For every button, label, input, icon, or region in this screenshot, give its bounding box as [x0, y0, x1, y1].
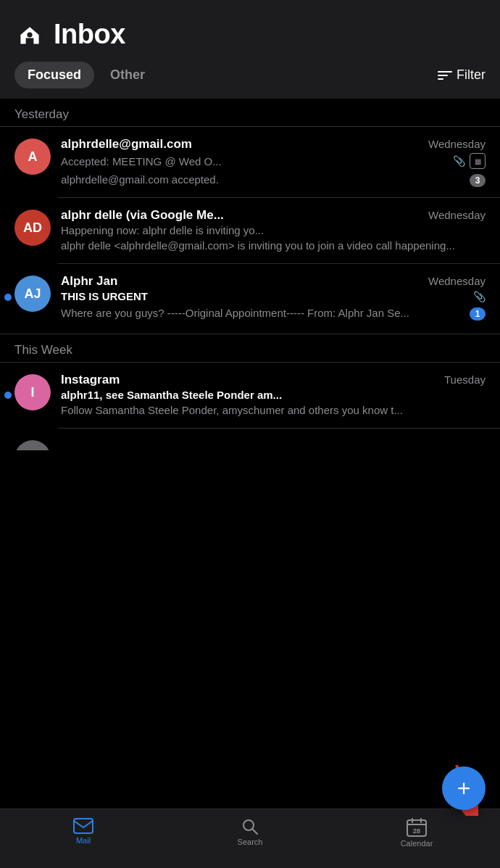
avatar: I — [14, 374, 51, 410]
compose-button[interactable]: + — [442, 766, 486, 810]
unread-indicator — [4, 294, 12, 301]
email-date: Wednesday — [428, 275, 486, 287]
main-content: Yesterday A alphrdelle@gmail.com Wednesd… — [0, 99, 500, 510]
svg-line-6 — [253, 830, 258, 835]
sender-name: alphrdelle@gmail.com — [61, 137, 422, 152]
avatar: AD — [14, 210, 51, 246]
email-content: Instagram Tuesday alphr11, see Samantha … — [61, 373, 486, 418]
section-yesterday: Yesterday — [0, 99, 500, 126]
email-date: Wednesday — [428, 138, 486, 150]
nav-label-search: Search — [238, 838, 263, 846]
email-subject: alphr11, see Samantha Steele Ponder am..… — [61, 389, 486, 401]
filter-icon — [438, 71, 452, 80]
bottom-nav: Mail Search 28 Calendar — [0, 809, 500, 868]
plus-icon: + — [457, 777, 471, 800]
sender-name: alphr delle (via Google Me... — [61, 208, 422, 223]
email-date: Tuesday — [444, 373, 486, 386]
calendar-icon: ▦ — [470, 153, 486, 169]
calendar-icon: 28 — [407, 818, 427, 837]
table-row[interactable]: AJ Alphr Jan Wednesday THIS IS URGENT 📎 … — [0, 264, 500, 331]
nav-label-calendar: Calendar — [401, 839, 433, 848]
header: Inbox Focused Other Filter — [0, 0, 500, 99]
filter-label: Filter — [457, 67, 486, 83]
email-badge: 1 — [470, 307, 486, 321]
email-badge: 3 — [470, 174, 486, 187]
email-preview: Follow Samantha Steele Ponder, amyschume… — [61, 402, 486, 418]
filter-button[interactable]: Filter — [438, 67, 486, 83]
email-subject: THIS IS URGENT — [61, 290, 469, 302]
svg-text:28: 28 — [413, 827, 420, 835]
nav-item-mail[interactable]: Mail — [0, 815, 167, 845]
sender-name: Alphr Jan — [61, 274, 422, 289]
attachment-icon: 📎 — [473, 291, 486, 302]
email-preview: alphrdelle@gmail.com accepted. — [61, 172, 219, 187]
table-row[interactable]: A alphrdelle@gmail.com Wednesday Accepte… — [0, 127, 500, 197]
nav-label-mail: Mail — [76, 836, 91, 845]
avatar — [14, 440, 51, 450]
unread-indicator — [4, 392, 12, 399]
nav-item-search[interactable]: Search — [167, 815, 333, 846]
tab-other[interactable]: Other — [97, 62, 158, 88]
email-subject: Accepted: MEETING @ Wed O... — [61, 155, 449, 168]
attachment-icon: 📎 — [453, 155, 465, 167]
avatar: AJ — [14, 276, 51, 312]
inbox-tabs: Focused Other — [14, 62, 158, 88]
section-this-week: This Week — [0, 334, 500, 362]
table-row[interactable]: AD alphr delle (via Google Me... Wednesd… — [0, 198, 500, 263]
app-icon — [14, 20, 45, 50]
nav-item-calendar[interactable]: 28 Calendar — [333, 815, 500, 848]
email-date: Wednesday — [428, 209, 486, 221]
svg-point-1 — [27, 32, 32, 37]
table-row[interactable]: I Instagram Tuesday alphr11, see Samanth… — [0, 363, 500, 428]
svg-rect-4 — [74, 819, 93, 833]
email-subject: Happening now: alphr delle is inviting y… — [61, 224, 486, 236]
email-content: Alphr Jan Wednesday THIS IS URGENT 📎 Whe… — [61, 274, 486, 321]
mail-icon — [73, 818, 93, 834]
email-content: alphr delle (via Google Me... Wednesday … — [61, 208, 486, 253]
email-content: alphrdelle@gmail.com Wednesday Accepted:… — [61, 137, 486, 187]
sender-name: Instagram — [61, 373, 438, 387]
avatar: A — [14, 139, 51, 175]
page-title: Inbox — [54, 19, 125, 50]
search-icon — [241, 818, 259, 835]
email-preview: alphr delle <alphrdelle@gmail.com> is in… — [61, 238, 486, 253]
tab-focused[interactable]: Focused — [14, 62, 94, 88]
email-preview: Where are you guys? -----Original Appoin… — [61, 305, 409, 321]
table-row[interactable] — [0, 429, 500, 450]
